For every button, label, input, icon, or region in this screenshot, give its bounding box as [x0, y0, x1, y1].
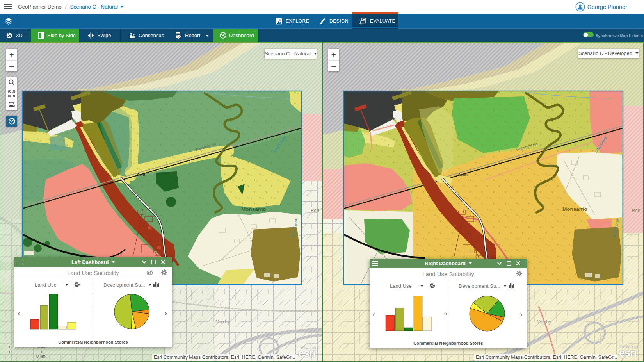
svg-text:Port: Port	[632, 208, 641, 213]
svg-text:Maxby: Maxby	[537, 319, 551, 325]
svg-text:Maxby: Maxby	[215, 319, 230, 325]
svg-text:Avon: Avon	[458, 172, 468, 177]
svg-text:Port: Port	[311, 208, 320, 213]
svg-text:Monsanto: Monsanto	[562, 206, 587, 212]
svg-text:0.4mi: 0.4mi	[36, 354, 46, 358]
svg-text:Avon: Avon	[137, 172, 146, 177]
svg-text:Monsanto: Monsanto	[241, 206, 266, 212]
